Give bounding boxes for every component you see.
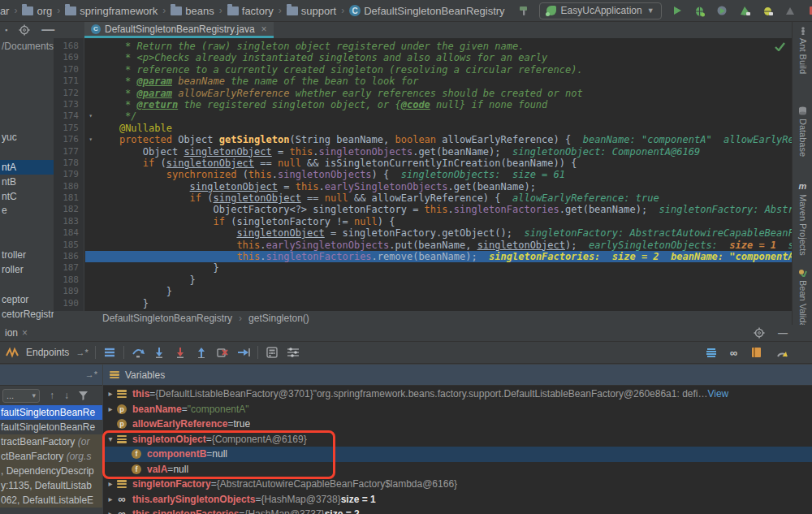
editor-tab[interactable]: C DefaultSingletonBeanRegistry.java × [84, 22, 274, 38]
tool-button-maven-projects[interactable]: m Maven Projects [793, 181, 812, 256]
breadcrumb-item[interactable]: springframework [65, 5, 158, 17]
code-line[interactable]: this.earlySingletonObjects.put(beanName,… [85, 240, 792, 251]
code-line[interactable]: */ [85, 110, 792, 122]
gear-icon[interactable] [19, 24, 30, 36]
line-number[interactable]: 186 [54, 251, 84, 262]
code-line[interactable]: } [85, 286, 792, 297]
code-line[interactable]: ObjectFactory<?> singletonFactory = this… [85, 204, 792, 215]
project-item[interactable]: roller [0, 262, 54, 277]
line-number[interactable]: 180 [54, 181, 84, 192]
project-item[interactable]: ntC [0, 189, 54, 204]
evaluate-expression-icon[interactable] [265, 345, 279, 360]
variable-row[interactable]: pallowEarlyReference = true [103, 417, 812, 432]
hammer-icon[interactable] [516, 3, 531, 18]
frame-row[interactable]: tractBeanFactory (or [0, 434, 102, 449]
profiler-button[interactable] [738, 3, 753, 18]
line-number[interactable]: 168 [54, 41, 84, 52]
run-to-cursor-icon[interactable] [236, 345, 251, 360]
code-line[interactable]: singletonObject = this.earlySingletonObj… [85, 181, 792, 192]
frame-row[interactable]: ctBeanFactory (org.s [0, 449, 102, 464]
variable-row[interactable]: ▸this = {DefaultListableBeanFactory@3701… [103, 387, 812, 402]
breadcrumb-method[interactable]: getSingleton() [248, 313, 309, 324]
threads-view-icon[interactable] [704, 345, 719, 360]
variable-row[interactable]: fvalA = null [103, 462, 812, 477]
breadcrumb-class[interactable]: DefaultSingletonBeanRegistry [102, 313, 232, 324]
line-number[interactable]: 178 [54, 158, 84, 169]
variable-row[interactable]: ▸pbeanName = "componentA" [103, 402, 812, 417]
code-line[interactable]: singletonObject = singletonFactory.getOb… [85, 227, 792, 239]
code-line[interactable]: * <p>Checks already instantiated singlet… [85, 52, 792, 63]
code-line[interactable]: if (singletonObject == null && allowEarl… [85, 192, 792, 204]
frame-row[interactable]: , DependencyDescrip [0, 464, 102, 478]
breadcrumb-item[interactable]: beans [171, 5, 214, 17]
line-number[interactable]: 176▾ [54, 134, 84, 145]
code-line[interactable]: } [85, 262, 792, 274]
line-number[interactable]: 172 [54, 88, 84, 99]
force-step-into-icon[interactable] [173, 345, 188, 360]
line-number[interactable]: 169 [54, 52, 84, 63]
variable-row[interactable]: ▾singletonObject = {ComponentA@6169} [103, 432, 812, 447]
code-line[interactable]: this.singletonFactories.remove(beanName)… [85, 251, 792, 262]
attach-debugger-button[interactable] [761, 3, 775, 18]
line-number[interactable]: 183 [54, 216, 84, 227]
project-item[interactable]: ntA [0, 160, 54, 175]
gear-icon[interactable] [754, 327, 765, 339]
project-item[interactable]: troller [0, 248, 54, 262]
view-breakpoints-icon[interactable]: ∞ [730, 347, 737, 359]
hide-panel-icon[interactable]: — [41, 23, 54, 37]
prev-frame-icon[interactable]: ↑ [50, 390, 54, 401]
minimize-icon[interactable]: — [778, 327, 788, 339]
code-line[interactable]: protected Object getSingleton(String bea… [85, 134, 792, 145]
thread-dump-icon[interactable] [749, 345, 763, 360]
stop-button[interactable] [806, 3, 812, 18]
line-number[interactable]: 189 [54, 286, 84, 297]
code-editor[interactable]: 168169170171172173174▾175176▾17717817918… [54, 38, 792, 311]
code-line[interactable]: * reference to a currently created singl… [85, 64, 792, 76]
line-number[interactable]: 174▾ [54, 110, 84, 122]
run-button[interactable] [670, 3, 685, 18]
variable-row[interactable]: ▸∞this.earlySingletonObjects = {HashMap@… [103, 492, 812, 508]
variable-row[interactable]: ▸∞this.singletonFactories = {HashMap@373… [103, 507, 812, 514]
code-area[interactable]: * Return the (raw) singleton object regi… [85, 38, 792, 311]
project-item[interactable]: yuc [0, 130, 54, 145]
breadcrumb-item[interactable]: org [22, 5, 52, 17]
line-number[interactable]: 177 [54, 146, 84, 158]
code-line[interactable]: * Return the (raw) singleton object regi… [85, 41, 792, 52]
code-line[interactable]: } [85, 298, 792, 309]
project-item[interactable]: ntB [0, 175, 54, 189]
project-item[interactable]: e [0, 203, 54, 218]
step-over-icon[interactable] [131, 345, 145, 360]
run-config-select[interactable]: EasyUcApplication ▼ [539, 2, 662, 19]
breadcrumb-item[interactable]: support [287, 5, 336, 17]
step-into-icon[interactable] [152, 345, 166, 360]
line-number[interactable]: 179 [54, 169, 84, 180]
frame-row[interactable]: faultSingletonBeanRe [0, 420, 102, 434]
thread-combo[interactable]: ... ▾ [2, 389, 40, 403]
line-number[interactable]: 181 [54, 192, 84, 204]
expander-icon[interactable]: ▾ [105, 432, 116, 447]
code-line[interactable]: } [85, 274, 792, 286]
filter-icon[interactable] [79, 391, 88, 400]
run-with-coverage-button[interactable] [715, 3, 730, 18]
breadcrumb-item[interactable]: jar [0, 5, 9, 17]
line-number[interactable]: 182 [54, 204, 84, 215]
next-frame-icon[interactable]: ↓ [64, 390, 69, 401]
line-number[interactable]: 170 [54, 64, 84, 76]
line-number[interactable]: 171 [54, 76, 84, 87]
code-line[interactable]: if (singletonFactory != null) { [85, 216, 792, 227]
code-line[interactable]: if (singletonObject == null && isSinglet… [85, 158, 792, 169]
code-line[interactable]: @Nullable [85, 123, 792, 134]
expander-icon[interactable]: ▸ [105, 402, 116, 417]
breadcrumb-item[interactable]: factory [227, 5, 274, 17]
frame-row[interactable]: 062, DefaultListableE [0, 493, 102, 508]
layout-icon[interactable] [102, 345, 117, 360]
project-item[interactable]: cetorRegistr [0, 307, 54, 322]
code-line[interactable]: * @param allowEarlyReference whether ear… [85, 88, 792, 99]
expander-icon[interactable]: ▸ [105, 387, 116, 402]
line-number[interactable]: 185 [54, 240, 84, 251]
line-number[interactable]: 173 [54, 99, 84, 110]
code-line[interactable]: * @return the registered singleton objec… [85, 99, 792, 110]
settings-filter-icon[interactable] [286, 345, 300, 360]
code-line[interactable]: * @param beanName the name of the bean t… [85, 76, 792, 87]
breadcrumb-item[interactable]: CDefaultSingletonBeanRegistry [349, 5, 504, 17]
